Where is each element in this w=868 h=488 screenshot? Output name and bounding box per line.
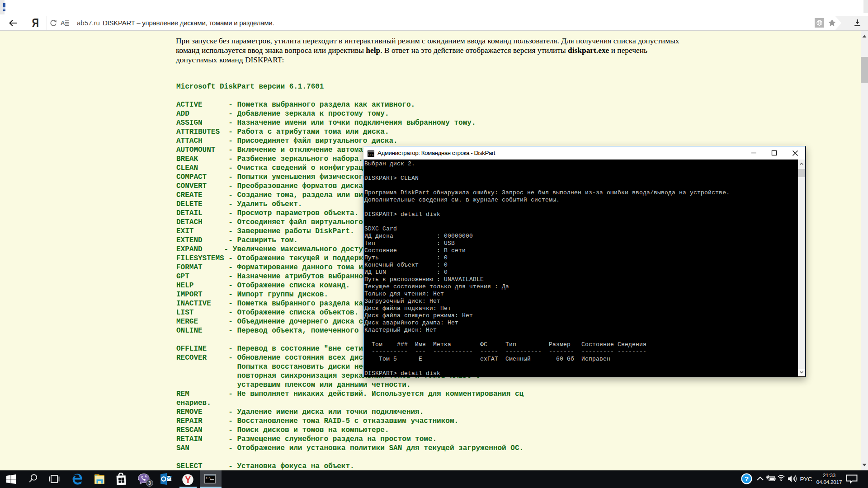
svg-text:C:\: C:\ xyxy=(206,477,211,480)
svg-text:3: 3 xyxy=(148,480,151,486)
svg-text:?: ? xyxy=(745,475,749,483)
svg-text:C:\: C:\ xyxy=(368,153,373,156)
svg-text:A: A xyxy=(61,20,65,26)
